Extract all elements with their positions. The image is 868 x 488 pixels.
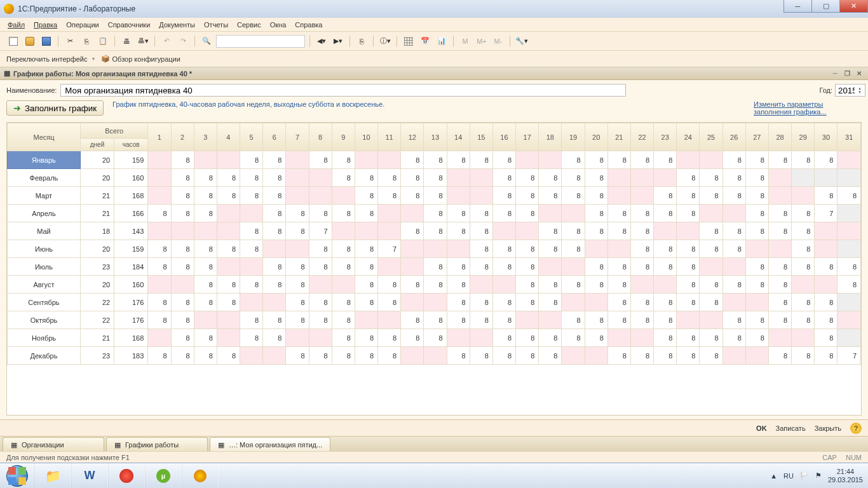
fill-schedule-button[interactable]: ➜ Заполнить график [6, 100, 104, 116]
day-cell[interactable]: 8 [539, 169, 562, 187]
day-cell[interactable]: 8 [837, 187, 861, 205]
day-cell[interactable]: 8 [792, 347, 815, 365]
day-cell[interactable] [722, 205, 745, 222]
day-cell[interactable] [768, 169, 791, 187]
day-cell[interactable]: 8 [148, 240, 171, 258]
day-cell[interactable]: 8 [332, 169, 355, 187]
day-cell[interactable]: 8 [539, 187, 562, 205]
day-cell[interactable]: 8 [607, 151, 630, 169]
day-cell[interactable]: 8 [630, 205, 653, 222]
day-cell[interactable]: 8 [492, 240, 515, 258]
m-button[interactable]: M [458, 34, 472, 48]
tab-schedules[interactable]: ▦Графики работы [106, 437, 208, 451]
day-cell[interactable]: 8 [286, 294, 309, 311]
day-cell[interactable]: 8 [401, 329, 424, 347]
day-cell[interactable]: 8 [470, 294, 492, 311]
day-cell[interactable] [700, 311, 722, 329]
undo-button[interactable]: ↶ [159, 34, 173, 48]
day-cell[interactable]: 8 [539, 276, 562, 294]
day-cell[interactable] [401, 205, 424, 222]
tray-expand-icon[interactable]: ▲ [770, 472, 777, 480]
day-cell[interactable]: 8 [171, 311, 194, 329]
day-cell[interactable]: 8 [745, 169, 768, 187]
day-cell[interactable] [240, 347, 263, 365]
day-cell[interactable]: 8 [309, 151, 332, 169]
day-cell[interactable]: 8 [355, 347, 377, 365]
day-cell[interactable] [240, 205, 263, 222]
day-cell[interactable]: 8 [263, 276, 286, 294]
print-dropdown[interactable]: 🖶▾ [136, 34, 150, 48]
day-cell[interactable]: 8 [171, 169, 194, 187]
day-cell[interactable]: 8 [630, 151, 653, 169]
lang-indicator[interactable]: RU [783, 472, 794, 480]
day-cell[interactable]: 8 [492, 187, 515, 205]
table-row[interactable]: Май18143888788888888888888 [8, 222, 861, 240]
day-cell[interactable]: 8 [792, 222, 815, 240]
day-cell[interactable]: 8 [607, 276, 630, 294]
nav-fwd-button[interactable]: ▶▾ [331, 34, 345, 48]
day-cell[interactable]: 8 [585, 187, 607, 205]
day-cell[interactable] [217, 151, 240, 169]
calc-button[interactable] [402, 34, 416, 48]
day-cell[interactable]: 8 [332, 329, 355, 347]
day-cell[interactable]: 8 [630, 222, 653, 240]
day-cell[interactable]: 8 [745, 205, 768, 222]
day-cell[interactable] [217, 222, 240, 240]
day-cell[interactable]: 8 [654, 329, 677, 347]
day-cell[interactable]: 8 [792, 151, 815, 169]
tab-organizations[interactable]: ▦Организации [3, 437, 104, 451]
day-cell[interactable] [539, 258, 562, 276]
day-cell[interactable]: 8 [722, 222, 745, 240]
day-cell[interactable]: 8 [492, 151, 515, 169]
day-cell[interactable]: 8 [700, 187, 722, 205]
day-cell[interactable]: 8 [722, 169, 745, 187]
day-cell[interactable] [837, 151, 861, 169]
day-cell[interactable]: 8 [654, 294, 677, 311]
day-cell[interactable]: 8 [630, 294, 653, 311]
day-cell[interactable] [815, 169, 837, 187]
table-row[interactable]: Июнь2015988888888788888888888 [8, 240, 861, 258]
day-cell[interactable]: 7 [309, 222, 332, 240]
day-cell[interactable] [355, 311, 377, 329]
day-cell[interactable] [562, 347, 585, 365]
day-cell[interactable]: 8 [607, 311, 630, 329]
day-cell[interactable]: 8 [263, 258, 286, 276]
day-cell[interactable]: 8 [492, 329, 515, 347]
day-cell[interactable]: 8 [424, 222, 447, 240]
day-cell[interactable] [286, 151, 309, 169]
table-row[interactable]: Ноябрь2116888888888888888888888 [8, 329, 861, 347]
day-cell[interactable]: 8 [447, 151, 470, 169]
day-cell[interactable] [424, 240, 447, 258]
day-cell[interactable]: 8 [539, 329, 562, 347]
day-cell[interactable] [539, 205, 562, 222]
day-cell[interactable] [815, 240, 837, 258]
day-cell[interactable] [378, 258, 401, 276]
day-cell[interactable]: 8 [492, 169, 515, 187]
day-cell[interactable] [792, 187, 815, 205]
day-cell[interactable]: 8 [309, 240, 332, 258]
day-cell[interactable] [792, 276, 815, 294]
day-cell[interactable]: 8 [677, 294, 700, 311]
day-cell[interactable]: 8 [516, 329, 539, 347]
day-cell[interactable] [332, 187, 355, 205]
day-cell[interactable]: 8 [401, 222, 424, 240]
day-cell[interactable] [355, 151, 377, 169]
day-cell[interactable]: 8 [217, 294, 240, 311]
day-cell[interactable]: 8 [286, 258, 309, 276]
day-cell[interactable]: 8 [171, 258, 194, 276]
day-cell[interactable]: 8 [309, 347, 332, 365]
day-cell[interactable]: 8 [700, 347, 722, 365]
day-cell[interactable]: 8 [263, 329, 286, 347]
m-plus-button[interactable]: M+ [475, 34, 489, 48]
table-row[interactable]: Октябрь221768888888888888888888888 [8, 311, 861, 329]
menu-edit[interactable]: Правка [34, 21, 57, 29]
day-cell[interactable] [516, 222, 539, 240]
day-cell[interactable]: 8 [492, 347, 515, 365]
day-cell[interactable]: 8 [378, 329, 401, 347]
day-cell[interactable]: 8 [539, 294, 562, 311]
day-cell[interactable]: 8 [194, 347, 217, 365]
day-cell[interactable]: 8 [286, 222, 309, 240]
doc-minimize-button[interactable]: ─ [830, 69, 840, 78]
doc-close-button[interactable]: ✕ [854, 69, 864, 78]
day-cell[interactable]: 8 [355, 258, 377, 276]
